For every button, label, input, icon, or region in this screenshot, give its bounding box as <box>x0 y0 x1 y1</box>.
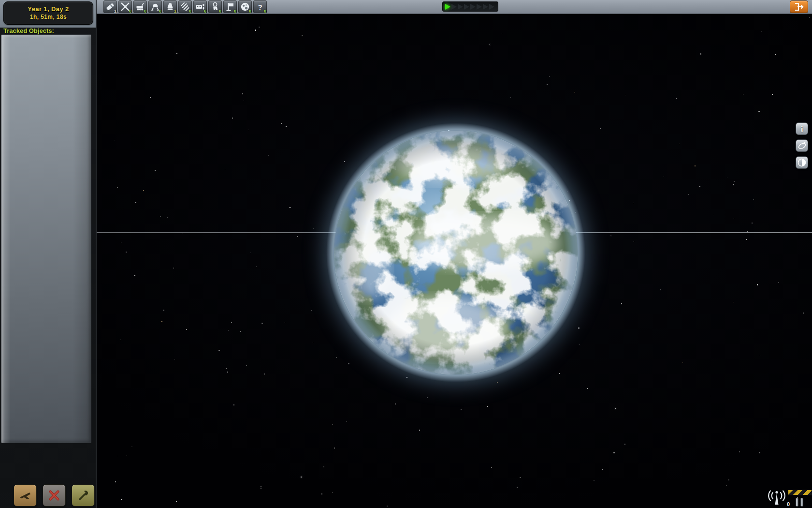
recover-button[interactable] <box>72 484 95 507</box>
space-view[interactable] <box>0 0 812 508</box>
game-date: Year 1, Day 2 <box>4 5 93 13</box>
filter-debris-button[interactable]: 1 <box>103 0 117 13</box>
terminate-button[interactable] <box>43 484 66 507</box>
game-clock: 1h, 51m, 18s <box>4 14 93 20</box>
relay-count: 0 <box>189 9 191 14</box>
top-toolbar: 1 0 0 <box>97 0 812 14</box>
warp-arrow-6[interactable] <box>477 4 482 10</box>
fly-button[interactable] <box>14 484 37 507</box>
recover-wrench-icon <box>77 489 89 502</box>
filter-probe-button[interactable]: 0 <box>118 0 132 13</box>
vessel-type-filters: 1 0 0 <box>103 0 267 13</box>
info-icon: i <box>801 125 803 133</box>
filter-relay-button[interactable]: 0 <box>178 0 192 13</box>
warp-arrow-1[interactable] <box>445 4 450 10</box>
filter-station-button[interactable]: 6 <box>193 0 207 13</box>
antenna-signal-icon <box>766 490 788 507</box>
orbit-icon <box>797 141 807 150</box>
tracking-sidebar: Year 1, Day 2 1h, 51m, 18s Tracked Objec… <box>0 0 97 508</box>
universal-time-panel: Year 1, Day 2 1h, 51m, 18s <box>3 1 93 25</box>
grip-handle[interactable] <box>796 498 798 507</box>
tracking-station-screen: 1 0 0 <box>0 0 812 508</box>
probe-count: 0 <box>129 9 131 14</box>
warp-arrow-7[interactable] <box>483 4 488 10</box>
flag-count: 0 <box>234 9 236 14</box>
hazard-stripe-icon <box>788 490 812 495</box>
fly-plane-icon <box>18 489 32 502</box>
planet-kerbin[interactable] <box>325 122 586 383</box>
exit-door-icon <box>793 2 805 12</box>
debris-count: 1 <box>114 9 116 14</box>
warp-arrow-8[interactable] <box>489 4 494 10</box>
commnet-toggle[interactable]: 0 <box>766 490 788 508</box>
warp-arrow-3[interactable] <box>458 4 463 10</box>
corner-widget <box>788 489 812 508</box>
filter-rover-button[interactable]: 0 <box>133 0 147 13</box>
station-count: 6 <box>204 9 206 14</box>
exit-button[interactable] <box>790 0 808 13</box>
terminator-icon <box>797 158 807 167</box>
warp-arrow-4[interactable] <box>464 4 469 10</box>
tracked-objects-label: Tracked Objects: <box>3 27 54 34</box>
question-icon: ? <box>258 3 262 11</box>
filter-ship-button[interactable]: 1 <box>163 0 177 13</box>
tracked-objects-list[interactable] <box>1 34 91 443</box>
warp-arrow-2[interactable] <box>451 4 457 10</box>
info-button[interactable]: i <box>796 122 808 135</box>
body-display-button[interactable] <box>796 156 808 169</box>
grip-handle[interactable] <box>800 498 803 507</box>
time-warp-gauge[interactable] <box>442 1 498 12</box>
filter-unknown-button[interactable]: ? 0 <box>253 0 267 13</box>
unknown-count: 0 <box>264 9 266 14</box>
commnet-count: 0 <box>787 501 790 507</box>
eva-count: 0 <box>219 9 221 14</box>
rover-count: 0 <box>144 9 146 14</box>
warp-arrow-5[interactable] <box>470 4 476 10</box>
filter-lander-button[interactable]: 0 <box>148 0 162 13</box>
lander-count: 0 <box>159 9 161 14</box>
terminate-x-icon <box>48 489 60 502</box>
asteroid-count: 0 <box>249 9 251 14</box>
filter-eva-button[interactable]: 0 <box>208 0 222 13</box>
filter-flag-button[interactable]: 0 <box>223 0 237 13</box>
ship-count: 1 <box>174 9 176 14</box>
orbit-display-button[interactable] <box>796 139 808 152</box>
filter-asteroid-button[interactable]: 0 <box>238 0 252 13</box>
